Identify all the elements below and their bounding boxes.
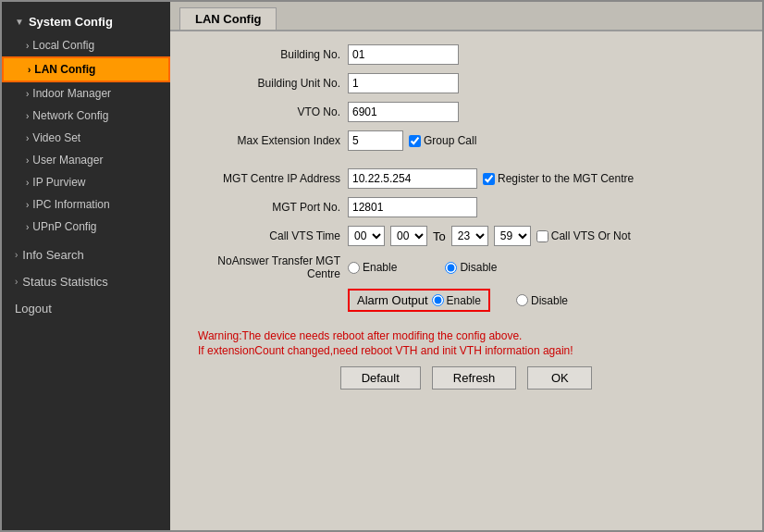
sidebar-item-user-manager[interactable]: › User Manager	[2, 149, 170, 171]
alarm-disable-radio[interactable]	[516, 294, 528, 306]
alarm-enable-text: Enable	[447, 294, 481, 307]
noanswer-disable-text: Disable	[460, 261, 497, 274]
mgt-ip-input[interactable]	[348, 168, 477, 189]
status-statistics-label: Status Statistics	[22, 275, 107, 289]
register-mgt-label[interactable]: Register to the MGT Centre	[483, 172, 634, 185]
arrow-icon: ›	[28, 65, 31, 75]
sidebar-item-label: UPnP Config	[32, 220, 96, 233]
register-mgt-text: Register to the MGT Centre	[498, 172, 634, 185]
logout-label: Logout	[15, 302, 52, 315]
sidebar-logout[interactable]: Logout	[2, 295, 170, 322]
system-config-header[interactable]: ▼ System Config	[2, 9, 170, 34]
sidebar-item-label: IP Purview	[32, 176, 85, 189]
sidebar-item-upnp-config[interactable]: › UPnP Config	[2, 216, 170, 238]
sidebar-item-ipc-information[interactable]: › IPC Information	[2, 193, 170, 216]
building-unit-no-label: Building Unit No.	[192, 77, 340, 90]
default-button[interactable]: Default	[340, 366, 421, 390]
building-unit-no-row: Building Unit No.	[192, 73, 740, 93]
system-config-section: ▼ System Config › Local Config › LAN Con…	[2, 2, 170, 241]
noanswer-disable-radio[interactable]	[445, 262, 457, 274]
sidebar-item-label: IPC Information	[32, 198, 109, 211]
mgt-port-row: MGT Port No.	[192, 197, 740, 217]
noanswer-enable-radio[interactable]	[348, 262, 360, 274]
sidebar-item-label: Local Config	[32, 39, 94, 52]
vto-no-row: VTO No.	[192, 102, 740, 122]
call-vts-label: Call VTS Time	[192, 229, 340, 242]
alarm-enable-radio[interactable]	[432, 294, 444, 306]
alarm-output-group: Alarm Output Enable Disable	[348, 289, 568, 312]
building-no-row: Building No.	[192, 44, 740, 65]
sidebar-item-label: LAN Config	[34, 63, 95, 76]
noanswer-label: NoAnswer Transfer MGT Centre	[192, 254, 340, 280]
arrow-icon: ›	[15, 250, 18, 260]
noanswer-row: NoAnswer Transfer MGT Centre Enable Disa…	[192, 254, 740, 280]
call-vts-to-minute[interactable]: 595857	[494, 226, 531, 246]
call-vts-to-text: To	[433, 229, 446, 243]
arrow-icon: ›	[26, 200, 29, 210]
max-extension-group: Group Call	[348, 130, 476, 151]
arrow-icon: ›	[26, 178, 29, 188]
mgt-ip-row: MGT Centre IP Address Register to the MG…	[192, 168, 740, 189]
form-area: Building No. Building Unit No. VTO No. M…	[170, 31, 762, 532]
alarm-output-text: Alarm Output	[357, 293, 428, 307]
group-call-checkbox[interactable]	[409, 135, 421, 147]
register-mgt-checkbox[interactable]	[483, 173, 495, 185]
building-unit-no-input[interactable]	[348, 73, 459, 93]
max-extension-row: Max Extension Index Group Call	[192, 130, 740, 151]
call-vts-or-not-checkbox[interactable]	[536, 230, 548, 242]
arrow-icon: ›	[26, 41, 29, 51]
max-extension-input[interactable]	[348, 130, 403, 151]
arrow-icon: ›	[26, 111, 29, 121]
noanswer-disable-label[interactable]: Disable	[445, 261, 497, 274]
sidebar-info-search[interactable]: › Info Search	[2, 241, 170, 268]
refresh-button[interactable]: Refresh	[432, 366, 517, 390]
alarm-disable-label[interactable]: Disable	[516, 294, 568, 307]
call-vts-group: 000102 000102 To 232221 595857 Call VTS …	[348, 226, 631, 246]
alarm-output-row: Alarm Output Enable Disable	[192, 289, 740, 312]
group-call-label: Group Call	[424, 134, 476, 147]
group-call-checkbox-label[interactable]: Group Call	[409, 134, 476, 147]
alarm-box: Alarm Output Enable	[348, 289, 490, 312]
call-vts-or-not-label[interactable]: Call VTS Or Not	[536, 229, 631, 242]
sidebar-item-label: Video Set	[32, 131, 80, 144]
mgt-port-input[interactable]	[348, 197, 477, 217]
system-config-arrow: ▼	[15, 17, 24, 27]
sidebar-item-local-config[interactable]: › Local Config	[2, 34, 170, 56]
system-config-label: System Config	[29, 15, 113, 29]
info-search-label: Info Search	[22, 248, 84, 262]
vto-no-input[interactable]	[348, 102, 459, 122]
sidebar: ▼ System Config › Local Config › LAN Con…	[2, 2, 170, 532]
mgt-port-label: MGT Port No.	[192, 201, 340, 214]
sidebar-item-video-set[interactable]: › Video Set	[2, 127, 170, 149]
arrow-icon: ›	[26, 155, 29, 166]
building-no-input[interactable]	[348, 44, 459, 65]
noanswer-enable-text: Enable	[363, 261, 397, 274]
sidebar-item-ip-purview[interactable]: › IP Purview	[2, 171, 170, 193]
max-extension-label: Max Extension Index	[192, 134, 340, 147]
call-vts-to-hour[interactable]: 232221	[451, 226, 488, 246]
sidebar-item-network-config[interactable]: › Network Config	[2, 105, 170, 127]
mgt-ip-label: MGT Centre IP Address	[192, 172, 340, 185]
call-vts-from-hour[interactable]: 000102	[348, 226, 385, 246]
building-no-label: Building No.	[192, 48, 340, 61]
warning-line1: Warning:The device needs reboot after mo…	[198, 329, 740, 342]
sidebar-item-indoor-manager[interactable]: › Indoor Manager	[2, 82, 170, 105]
sidebar-item-label: User Manager	[32, 154, 103, 167]
noanswer-label-text: NoAnswer Transfer MGT	[217, 254, 340, 267]
tab-label: LAN Config	[195, 12, 261, 26]
ok-button[interactable]: OK	[527, 366, 592, 390]
noanswer-enable-label[interactable]: Enable	[348, 261, 397, 274]
noanswer-group: Enable Disable	[348, 261, 497, 274]
warning-line2: If extensionCount changed,need reboot VT…	[198, 344, 740, 357]
call-vts-from-minute[interactable]: 000102	[390, 226, 427, 246]
mgt-ip-group: Register to the MGT Centre	[348, 168, 634, 189]
arrow-icon: ›	[26, 89, 29, 99]
tab-lan-config[interactable]: LAN Config	[179, 7, 277, 30]
arrow-icon: ›	[15, 277, 18, 287]
button-row: Default Refresh OK	[192, 366, 740, 390]
alarm-disable-text: Disable	[531, 294, 568, 307]
sidebar-item-lan-config[interactable]: › LAN Config	[2, 56, 170, 82]
alarm-enable-label[interactable]: Enable	[432, 294, 481, 307]
call-vts-row: Call VTS Time 000102 000102 To 232221 59…	[192, 226, 740, 246]
sidebar-status-statistics[interactable]: › Status Statistics	[2, 268, 170, 295]
